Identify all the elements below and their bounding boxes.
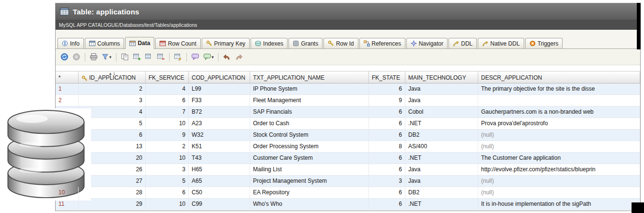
tab-grants[interactable]: Grants xyxy=(288,38,322,48)
cell-fk_state[interactable]: 6 xyxy=(369,118,405,129)
cell-fk_service[interactable]: 4 xyxy=(146,83,189,95)
cell-main_technology[interactable]: Cobol xyxy=(405,106,478,118)
column-header-rownum[interactable]: * xyxy=(56,71,79,83)
cell-fk_service[interactable]: 7 xyxy=(146,106,189,118)
undo-button[interactable] xyxy=(221,51,232,62)
column-header-cod_application[interactable]: COD_APPLICATION xyxy=(189,71,250,83)
cell-fk_state[interactable]: 6 xyxy=(369,153,405,164)
tab-ddl[interactable]: DDL xyxy=(448,38,477,48)
cell-descr_application[interactable]: (null) xyxy=(478,187,640,198)
row-number[interactable]: 2 xyxy=(56,95,79,106)
cell-descr_application[interactable]: It is in-house implementation of the sig… xyxy=(478,199,640,210)
tab-navigator[interactable]: Navigator xyxy=(406,38,448,48)
row-number[interactable]: 10 xyxy=(56,187,79,198)
edit-row-button[interactable] xyxy=(172,51,184,62)
duplicate-row-button[interactable] xyxy=(143,51,154,62)
cell-main_technology[interactable]: Java xyxy=(405,95,478,106)
cell-descr_application[interactable]: Gaucherpartners.com is a non-branded web xyxy=(478,106,640,118)
cell-descr_application[interactable]: The Customer Care application xyxy=(478,153,640,164)
tab-native-ddl[interactable]: Native DDL xyxy=(478,38,524,48)
column-header-fk_service[interactable]: FK_SERVICE xyxy=(146,71,189,83)
cell-cod_application[interactable]: H65 xyxy=(189,164,250,175)
tab-info[interactable]: Info xyxy=(58,38,84,48)
cell-fk_state[interactable]: 6 xyxy=(369,106,405,118)
cell-fk_service[interactable]: 6 xyxy=(146,95,189,106)
cell-fk_state[interactable]: 6 xyxy=(369,199,405,210)
cell-fk_service[interactable]: 10 xyxy=(146,153,189,164)
column-header-txt_application_name[interactable]: TXT_APPLICATION_NAME xyxy=(250,71,369,83)
cell-descr_application[interactable]: Prova prova'del'aprostrofo xyxy=(478,118,640,129)
cell-main_technology[interactable]: AS/400 xyxy=(405,141,478,152)
cell-descr_application[interactable]: http://evolve.pfizer.com/pfizer/statics/… xyxy=(478,164,640,175)
cell-txt_application_name[interactable]: Customer Care System xyxy=(250,153,369,164)
cell-cod_application[interactable]: W32 xyxy=(189,130,250,141)
print-button[interactable] xyxy=(88,51,99,62)
cell-fk_service[interactable]: 5 xyxy=(146,176,189,187)
cell-fk_state[interactable]: 6 xyxy=(369,130,405,141)
cell-cod_application[interactable]: C99 xyxy=(189,199,250,210)
cell-cod_application[interactable]: B72 xyxy=(189,106,250,118)
comment-button[interactable] xyxy=(190,51,201,62)
column-header-id_application[interactable]: ID_APPLICATION▲ 1 xyxy=(79,71,146,83)
tab-triggers[interactable]: Triggers xyxy=(525,38,563,48)
tab-row-id[interactable]: Row Id xyxy=(323,38,358,48)
cell-txt_application_name[interactable]: Fleet Management xyxy=(250,95,369,106)
cell-txt_application_name[interactable]: Order Processing System xyxy=(250,141,369,152)
cell-main_technology[interactable]: .NET xyxy=(405,199,478,210)
cell-descr_application[interactable] xyxy=(478,95,640,106)
cell-txt_application_name[interactable]: SAP Financials xyxy=(250,106,369,118)
redo-button[interactable] xyxy=(233,51,244,62)
cell-fk_service[interactable]: 6 xyxy=(146,187,189,198)
cell-fk_service[interactable]: 9 xyxy=(146,130,189,141)
row-number[interactable]: 11 xyxy=(56,199,79,210)
cell-main_technology[interactable]: DB2 xyxy=(405,130,478,141)
reload-button[interactable] xyxy=(59,51,70,62)
cell-cod_application[interactable]: T43 xyxy=(189,153,250,164)
cell-txt_application_name[interactable]: Mailing List xyxy=(250,164,369,175)
comment-options-button[interactable]: ▾ xyxy=(202,51,216,62)
column-header-fk_state[interactable]: FK_STATE xyxy=(369,71,405,83)
cell-txt_application_name[interactable]: EA Repository xyxy=(250,187,369,198)
cell-txt_application_name[interactable]: Order to Cash xyxy=(250,118,369,129)
cell-main_technology[interactable]: .NET xyxy=(405,153,478,164)
cell-txt_application_name[interactable]: Stock Control System xyxy=(250,130,369,141)
cell-fk_service[interactable]: 3 xyxy=(146,164,189,175)
cell-cod_application[interactable]: A65 xyxy=(189,176,250,187)
cell-fk_state[interactable]: 6 xyxy=(369,164,405,175)
tab-row-count[interactable]: Row Count xyxy=(155,38,200,48)
tab-primary-key[interactable]: Primary Key xyxy=(202,38,250,48)
tab-references[interactable]: References xyxy=(359,38,405,48)
row-number[interactable]: 1 xyxy=(56,83,79,95)
cell-fk_service[interactable]: 10 xyxy=(146,118,189,129)
insert-row-button[interactable] xyxy=(131,51,142,62)
filter-button[interactable]: ▾ xyxy=(100,52,113,62)
cell-descr_application[interactable]: The primary objective for the site is th… xyxy=(478,83,640,95)
cell-txt_application_name[interactable]: Project Management System xyxy=(250,176,369,187)
tab-indexes[interactable]: Indexes xyxy=(251,38,288,48)
tab-data[interactable]: Data xyxy=(125,37,154,49)
cell-fk_state[interactable]: 9 xyxy=(369,95,405,106)
cell-fk_state[interactable]: 6 xyxy=(369,83,405,95)
cell-txt_application_name[interactable]: Who's Who xyxy=(250,199,369,210)
cell-main_technology[interactable]: Java xyxy=(405,176,478,187)
cell-main_technology[interactable]: DB2 xyxy=(405,187,478,198)
column-header-descr_application[interactable]: DESCR_APPLICATION xyxy=(478,71,640,83)
cell-main_technology[interactable]: Java xyxy=(405,164,478,175)
cell-main_technology[interactable]: Java xyxy=(405,83,478,95)
column-header-main_technology[interactable]: MAIN_TECHNOLOGY xyxy=(405,71,478,83)
cell-id_application[interactable]: 3 xyxy=(79,95,146,106)
cell-txt_application_name[interactable]: IP Phone System xyxy=(250,83,369,95)
cell-id_application[interactable]: 2 xyxy=(79,83,146,95)
cell-fk_service[interactable]: 2 xyxy=(146,141,189,152)
copy-button[interactable] xyxy=(119,51,130,62)
delete-row-button[interactable] xyxy=(155,51,166,62)
cell-main_technology[interactable]: .NET xyxy=(405,118,478,129)
cell-descr_application[interactable]: (null) xyxy=(478,130,640,141)
cell-cod_application[interactable]: A23 xyxy=(189,118,250,129)
cell-fk_state[interactable]: 3 xyxy=(369,176,405,187)
cell-cod_application[interactable]: L99 xyxy=(189,83,250,95)
cell-fk_state[interactable]: 6 xyxy=(369,187,405,198)
tab-columns[interactable]: Columns xyxy=(85,38,124,48)
stop-button[interactable] xyxy=(71,51,82,62)
cell-fk_state[interactable]: 8 xyxy=(369,141,405,152)
